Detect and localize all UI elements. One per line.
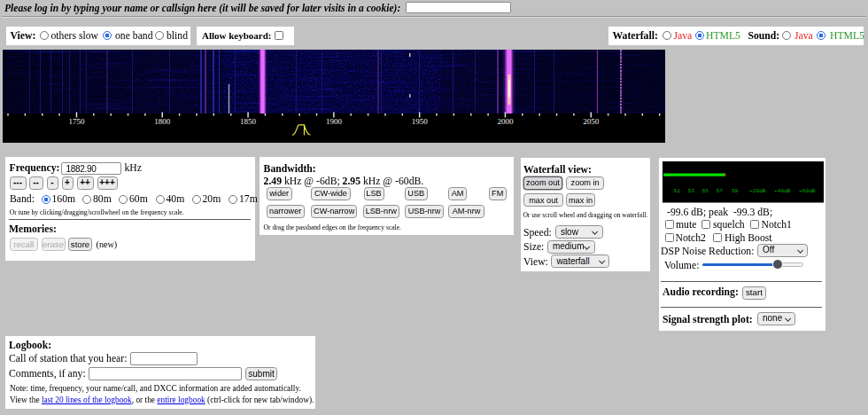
svg-text:2000: 2000 <box>498 117 515 126</box>
svg-text:S9: S9 <box>732 188 739 194</box>
svg-text:S3: S3 <box>688 188 695 194</box>
svg-text:2050: 2050 <box>583 117 600 126</box>
svg-text:1900: 1900 <box>326 117 343 126</box>
svg-text:1950: 1950 <box>412 117 429 126</box>
svg-text:S1: S1 <box>674 188 681 194</box>
svg-text:1850: 1850 <box>240 117 257 126</box>
svg-text:S7: S7 <box>717 188 724 194</box>
svg-text:S5: S5 <box>702 188 709 194</box>
svg-text:+20dB: +20dB <box>749 188 766 194</box>
svg-text:1750: 1750 <box>69 117 86 126</box>
svg-text:+60dB: +60dB <box>799 188 816 194</box>
svg-text:+40dB: +40dB <box>774 188 791 194</box>
svg-text:1800: 1800 <box>154 117 171 126</box>
